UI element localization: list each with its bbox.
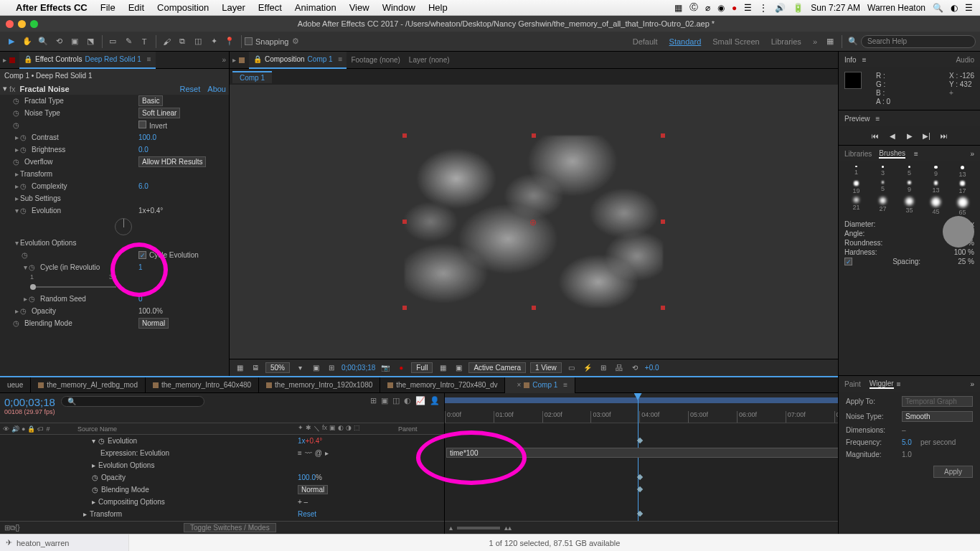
stopwatch-icon[interactable]: ◷ — [13, 319, 22, 327]
twirl-icon[interactable]: ▾ — [92, 437, 95, 445]
tl-footer-icon[interactable]: ⧉ — [10, 524, 15, 532]
shape-tool[interactable]: ▭ — [105, 34, 120, 49]
workspace-standard[interactable]: Standard — [664, 37, 707, 46]
menu-layer[interactable]: Layer — [222, 2, 245, 13]
twirl-icon[interactable]: ▸ — [92, 498, 95, 506]
menubar-extra-icon[interactable]: ◉ — [717, 3, 725, 13]
blending-mode-dropdown[interactable]: Normal — [138, 318, 169, 329]
brush-preset[interactable]: 13 — [951, 166, 974, 178]
timeline-timecode[interactable]: 0;00;03;18 — [4, 396, 55, 408]
twirl-icon[interactable]: ▸ — [13, 146, 20, 154]
evolution-cycles[interactable]: 1x — [138, 207, 146, 215]
ruler-tick[interactable]: 03:00f — [590, 411, 639, 423]
twirl-icon[interactable]: ▸ — [92, 461, 95, 469]
menu-view[interactable]: View — [349, 2, 369, 13]
noise-type-dropdown[interactable]: Soft Linear — [138, 108, 180, 118]
draft-3d-icon[interactable]: ▣ — [381, 396, 388, 405]
stopwatch-icon[interactable]: ◷ — [20, 133, 29, 141]
twirl-icon[interactable]: ▾ — [13, 239, 20, 247]
twirl-icon[interactable]: ▸ — [13, 182, 20, 190]
footage-tab[interactable]: Footage (none) — [347, 52, 404, 69]
workspace-libraries[interactable]: Libraries — [765, 37, 807, 46]
text-tool[interactable]: T — [137, 34, 151, 49]
spotlight-icon[interactable]: 🔍 — [933, 3, 943, 13]
brush-preset[interactable]: 27 — [871, 197, 895, 216]
transform-handle[interactable] — [661, 306, 665, 310]
ruler-tick[interactable]: 04:00f — [639, 411, 688, 423]
switch-icon[interactable]: ▣ — [329, 424, 336, 433]
notification-center-icon[interactable]: ☰ — [965, 3, 973, 13]
stopwatch-icon[interactable]: ◷ — [13, 109, 22, 117]
siri-icon[interactable]: ◐ — [951, 3, 958, 13]
stopwatch-icon[interactable]: ◷ — [13, 97, 22, 105]
tl-transform-reset[interactable]: Reset — [298, 510, 316, 518]
libraries-tab[interactable]: Libraries — [844, 150, 872, 158]
stopwatch-icon[interactable]: ◷ — [13, 158, 22, 166]
ruler-tick[interactable]: 02:00f — [542, 411, 591, 423]
ruler-tick[interactable]: 07:00f — [786, 411, 834, 423]
ruler-tick[interactable]: 0:00f — [445, 411, 494, 423]
first-frame-button[interactable]: ⏮ — [870, 131, 880, 141]
layer-tab[interactable]: Layer (none) — [405, 52, 454, 69]
current-time[interactable]: 0;00;03;18 — [341, 364, 375, 372]
battery-icon[interactable]: 🔋 — [793, 3, 804, 13]
source-name-column[interactable]: Source Name — [75, 425, 298, 433]
tl-opacity-value[interactable]: 100.0 — [298, 474, 316, 481]
transform-handle[interactable] — [661, 220, 665, 224]
expression-language-icon[interactable]: ▸ — [325, 449, 329, 457]
twirl-icon[interactable]: ▾ — [13, 207, 20, 215]
brush-preset[interactable]: 9 — [924, 166, 948, 178]
roi-icon[interactable]: ▣ — [310, 362, 321, 374]
twirl-icon[interactable]: ▾ — [22, 263, 29, 271]
brush-preset[interactable]: 17 — [951, 181, 974, 194]
hand-tool[interactable]: ✋ — [20, 34, 34, 49]
menu-composition[interactable]: Composition — [157, 2, 209, 13]
paint-tab[interactable]: Paint — [844, 380, 861, 388]
cycle-value[interactable]: 1 — [138, 263, 225, 271]
fx-badge[interactable]: fx — [9, 85, 16, 93]
info-tab[interactable]: Info — [844, 56, 857, 64]
graph-editor-icon[interactable]: 📈 — [415, 396, 425, 405]
comp-mini-flowchart-icon[interactable]: ⊞ — [370, 396, 377, 405]
tl-compositing-buttons[interactable]: + – — [298, 498, 398, 506]
tl-footer-icon[interactable]: {} — [15, 524, 20, 532]
panel-nav-icon[interactable]: ▸ — [3, 56, 6, 64]
twirl-icon[interactable]: ▸ — [13, 170, 20, 178]
effect-reset-link[interactable]: Reset — [180, 85, 201, 93]
stopwatch-icon[interactable]: ◷ — [20, 307, 29, 315]
workspace-default[interactable]: Default — [627, 37, 664, 46]
pan-behind-tool[interactable]: ⬔ — [83, 34, 98, 49]
wiggler-noise-type-dropdown[interactable]: Smooth — [902, 411, 973, 422]
timeline-tab[interactable]: the_memory_Intro_1920x1080 — [259, 377, 380, 393]
stopwatch-icon[interactable]: ◷ — [29, 263, 37, 271]
minimize-window-button[interactable] — [18, 20, 26, 28]
next-frame-button[interactable]: ▶| — [922, 131, 932, 141]
twirl-icon[interactable]: ▸ — [13, 133, 20, 141]
record-icon[interactable]: ● — [732, 3, 737, 13]
effect-controls-tab[interactable]: 🔒 Effect Controls Deep Red Solid 1 ≡ — [19, 52, 156, 69]
timeline-tab[interactable]: the_memory_Intro_640x480 — [146, 377, 259, 393]
stopwatch-icon[interactable]: ◷ — [20, 146, 29, 154]
transform-handle[interactable] — [402, 220, 407, 224]
fractal-type-dropdown[interactable]: Basic — [138, 95, 163, 106]
roto-tool[interactable]: ✦ — [207, 34, 221, 49]
tab-menu-icon[interactable]: ≡ — [147, 55, 151, 63]
toggle-switches-button[interactable]: Toggle Switches / Modes — [184, 523, 276, 532]
spacing-checkbox[interactable] — [844, 258, 852, 265]
enable-expression-icon[interactable]: ≡ — [298, 449, 302, 457]
shy-icon[interactable]: 👤 — [430, 396, 440, 405]
stopwatch-icon[interactable]: ◷ — [20, 182, 29, 190]
transparency-icon[interactable]: ▦ — [437, 362, 448, 374]
brightness-value[interactable]: 0.0 — [138, 146, 225, 154]
panel-nav-icon[interactable]: ▸ — [232, 56, 236, 64]
twirl-icon[interactable]: ▸ — [13, 194, 20, 202]
fast-preview-icon[interactable]: ⚡ — [582, 362, 593, 374]
random-seed-value[interactable]: 0 — [138, 295, 225, 303]
ruler-tick[interactable]: 06:00f — [737, 411, 786, 423]
tl-blending-dropdown[interactable]: Normal — [298, 485, 328, 494]
stopwatch-icon[interactable]: ◷ — [22, 251, 30, 259]
grid-icon[interactable]: ⊞ — [326, 362, 337, 374]
tab-menu-icon[interactable]: ≡ — [339, 55, 343, 63]
user-name[interactable]: Warren Heaton — [867, 3, 925, 13]
camera-dropdown[interactable]: Active Camera — [468, 362, 526, 373]
